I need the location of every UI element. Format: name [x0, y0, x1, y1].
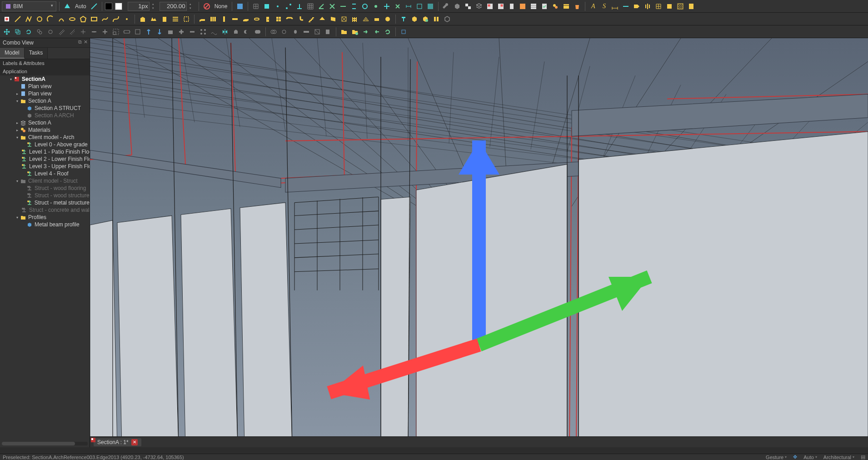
bim-component-btn[interactable] [442, 14, 452, 24]
bim-window-btn[interactable] [274, 14, 284, 24]
snap-wp-btn[interactable] [414, 1, 424, 11]
manage-schedule-btn[interactable] [561, 1, 571, 11]
tree-item[interactable]: Level 1 - Patio Finish Floor [0, 148, 90, 155]
tree-toggle[interactable]: ▾ [15, 179, 20, 183]
manage-views-btn[interactable] [452, 1, 462, 11]
line-value-spinner[interactable]: ▲▼ [188, 2, 193, 10]
tree-item[interactable]: ▾Profiles [0, 214, 90, 221]
manage-doors-btn[interactable] [507, 1, 517, 11]
text-annotation-btn[interactable]: A [588, 1, 598, 11]
bim-reinforcement-btn[interactable] [383, 14, 393, 24]
tree-item[interactable]: ▾Client model - Struct [0, 177, 90, 185]
patharray-btn[interactable] [209, 27, 219, 37]
simple-copy-btn[interactable] [323, 27, 333, 37]
manage-layers-btn[interactable] [518, 1, 528, 11]
manage-classification-btn[interactable] [474, 1, 484, 11]
tree-item[interactable]: Level 2 - Lower Finish Floor [0, 155, 90, 163]
snap-center-btn[interactable] [393, 1, 403, 11]
array-btn[interactable] [198, 27, 208, 37]
tree-toggle[interactable]: ▾ [15, 135, 20, 140]
bim-curtainwall-btn[interactable] [208, 14, 218, 24]
scale-btn[interactable] [111, 27, 121, 37]
move-btn[interactable] [2, 27, 12, 37]
draft-polygon-btn[interactable] [78, 14, 88, 24]
bim-space-btn[interactable] [181, 14, 191, 24]
draft-bezier-btn[interactable] [111, 14, 121, 24]
bim-pipe-btn[interactable] [284, 14, 294, 24]
panel-float-icon[interactable]: ⧉ [78, 39, 82, 45]
bim-truss-btn[interactable] [361, 14, 371, 24]
none-constraint-btn[interactable] [202, 1, 212, 11]
axis-system-btn[interactable] [653, 1, 663, 11]
snap-angle-btn[interactable] [316, 1, 326, 11]
tree-item[interactable]: Struct - wood structure [0, 192, 90, 199]
tree-item[interactable]: ▾Client model - Arch [0, 134, 90, 141]
shape-string-btn[interactable]: S [599, 1, 609, 11]
bim-stairs-btn[interactable] [306, 14, 316, 24]
remove-component-btn[interactable] [187, 27, 197, 37]
mirror-btn[interactable] [220, 27, 230, 37]
common-brep-btn[interactable] [290, 27, 300, 37]
tree-item[interactable]: ▾SectionA [0, 75, 90, 83]
tree-item[interactable]: Level 0 - Above grade [0, 141, 90, 148]
snap-dimensions-btn[interactable] [404, 1, 414, 11]
draft-arc3p-btn[interactable] [56, 14, 66, 24]
draft-rectangle-btn[interactable] [89, 14, 99, 24]
status-navstyle[interactable]: Gesture [766, 455, 787, 460]
tab-tasks[interactable]: Tasks [25, 48, 48, 59]
bim-project-btn[interactable] [138, 14, 148, 24]
manage-ifc-a-btn[interactable] [485, 1, 495, 11]
snap-special-btn[interactable] [360, 1, 370, 11]
manage-trash-btn[interactable] [572, 1, 582, 11]
snap-lock-btn[interactable] [262, 1, 272, 11]
status-auto[interactable]: Auto [803, 455, 817, 460]
folder-open-disk-btn[interactable] [350, 27, 360, 37]
bim-column-btn[interactable] [219, 14, 229, 24]
cut-line-btn[interactable] [312, 27, 322, 37]
tree-item[interactable]: ▸Section A [0, 119, 90, 126]
tree-item[interactable]: Level 3 - Upper Finish Floor [0, 163, 90, 170]
snap-extension-btn[interactable] [338, 1, 348, 11]
cut-brep-btn[interactable] [269, 27, 279, 37]
draft-point-btn[interactable] [122, 14, 132, 24]
snap-parallel-btn[interactable] [349, 1, 359, 11]
snap-endpoint-btn[interactable] [284, 1, 294, 11]
trimex-btn[interactable] [78, 27, 88, 37]
tree-item[interactable]: Struct - metal structure [0, 199, 90, 206]
shape2d-btn[interactable] [165, 27, 175, 37]
stretch-btn[interactable] [122, 27, 132, 37]
bim-site-btn[interactable] [149, 14, 159, 24]
draft-circle-btn[interactable] [35, 14, 45, 24]
manage-materials-btn[interactable] [550, 1, 560, 11]
label-btn[interactable] [632, 1, 642, 11]
extrude-btn[interactable] [231, 27, 241, 37]
tree-item[interactable]: Plan view [0, 83, 90, 90]
toggle-grid-btn[interactable] [305, 1, 315, 11]
tree-toggle[interactable]: ▾ [15, 99, 20, 103]
tree-item[interactable]: Section A ARCH [0, 112, 90, 119]
tree-item[interactable]: Section A STRUCT [0, 105, 90, 112]
draft-line-btn[interactable] [89, 1, 99, 11]
bim-slab-btn[interactable] [241, 14, 251, 24]
bim-roof-btn[interactable] [317, 14, 327, 24]
bim-equipment-btn[interactable] [372, 14, 382, 24]
split-btn[interactable] [100, 27, 110, 37]
panel-close-icon[interactable]: ✕ [84, 39, 88, 45]
line-width-input[interactable] [128, 2, 150, 11]
axis-btn[interactable] [643, 1, 653, 11]
tree-scrollbar[interactable] [2, 442, 88, 445]
sketch-btn[interactable] [2, 14, 12, 24]
tree-toggle[interactable]: ▸ [15, 121, 20, 125]
section-plane-btn[interactable] [664, 1, 674, 11]
rotate-btn[interactable] [24, 27, 34, 37]
clone-btn[interactable] [35, 27, 45, 37]
tree-item[interactable]: Level 4 - Roof [0, 170, 90, 177]
hatch-btn[interactable] [675, 1, 685, 11]
bim-panel-btn[interactable] [328, 14, 338, 24]
tree-toggle[interactable]: ▸ [15, 92, 20, 96]
workbench-selector[interactable]: BIM [2, 1, 56, 11]
snap-workingplane-btn[interactable] [425, 1, 435, 11]
bim-door-btn[interactable] [263, 14, 273, 24]
folder-new-btn[interactable] [339, 27, 349, 37]
status-extra-icon[interactable]: ▤ [861, 454, 865, 460]
